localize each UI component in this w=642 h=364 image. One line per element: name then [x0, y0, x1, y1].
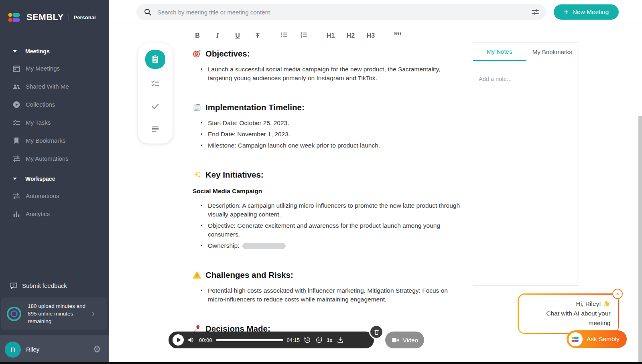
view-rail [138, 43, 173, 144]
h3-button[interactable]: H3 [366, 32, 376, 39]
people-icon [12, 82, 21, 91]
new-meeting-button[interactable]: + New Meeting [554, 4, 619, 20]
transcript-tab[interactable] [150, 124, 160, 135]
sidebar: SEMBLY Personal Meetings My Meetings Sha… [0, 0, 109, 364]
section-title: Key Initiatives: [205, 170, 264, 180]
sidebar-item-label: Automations [26, 192, 59, 199]
tab-my-notes[interactable]: My Notes [473, 43, 526, 61]
h2-button[interactable]: H2 [346, 32, 356, 39]
sidebar-section-meetings[interactable]: Meetings [0, 43, 109, 59]
delete-recording-button[interactable] [369, 325, 384, 339]
seek-bar[interactable] [216, 339, 283, 341]
playback-speed[interactable]: 1x [327, 337, 332, 343]
bullet-item: Objective: Generate excitement and aware… [208, 221, 465, 239]
format-toolbar: B I U Ŧ 123 H1 H2 H3 ”” [193, 29, 402, 42]
brand-logo[interactable]: SEMBLY Personal [0, 0, 109, 23]
usage-minutes-card[interactable]: 180 upload minutes and 895 online minute… [1, 297, 107, 330]
ask-sembly-label: Ask Sembly [587, 336, 620, 343]
submit-feedback-button[interactable]: Submit feedback [0, 277, 109, 294]
section-heading: Key Initiatives: [193, 170, 465, 180]
sidebar-section-workspace[interactable]: Workspace [0, 171, 109, 187]
svg-text:10: 10 [306, 339, 309, 342]
bullet-item: Start Date: October 25, 2023. [208, 119, 465, 127]
bullet-list-button[interactable] [279, 30, 289, 41]
audio-player: 00:00 04:15 10 10 1x [169, 332, 374, 348]
sidebar-spacer [0, 223, 109, 277]
sidebar-item-automations[interactable]: Automations [0, 187, 109, 205]
search-input[interactable] [157, 9, 530, 16]
tasks-icon [150, 79, 160, 88]
calendar-icon [12, 64, 21, 73]
italic-button[interactable]: I [213, 32, 222, 39]
tasks-icon [12, 118, 21, 127]
doc-section-objectives: Objectives: Launch a successful social m… [193, 49, 465, 83]
vertical-scrollbar[interactable] [638, 116, 642, 362]
ask-sembly-button[interactable]: Ask Sembly [567, 330, 627, 348]
usage-progress-ring [7, 307, 21, 321]
bullet-item: End Date: November 1, 2023. [208, 130, 465, 139]
download-icon[interactable] [336, 336, 344, 344]
filter-icon[interactable] [530, 7, 540, 17]
decisions-tab[interactable] [150, 101, 160, 113]
rewind-10-icon[interactable]: 10 [303, 336, 311, 344]
underline-button[interactable]: U [233, 32, 242, 39]
sidebar-item-collections[interactable]: Collections [0, 95, 109, 113]
add-note-input[interactable]: Add a note... [473, 61, 579, 97]
forward-10-icon[interactable]: 10 [315, 336, 323, 344]
chevron-right-icon: › [92, 309, 95, 319]
user-name: Riley [26, 346, 39, 353]
app-root: SEMBLY Personal Meetings My Meetings Sha… [0, 0, 642, 364]
analytics-icon [12, 210, 21, 218]
ai-chat-popup: Hi, Riley! Chat with AI about your meeti… [518, 293, 619, 334]
chat-greeting-text: Hi, Riley! [576, 299, 601, 309]
bullet-item: Description: A campaign utilizing micro-… [208, 201, 465, 219]
tasks-tab[interactable] [150, 79, 160, 90]
spiral-calendar-icon [193, 103, 201, 112]
svg-text:3: 3 [301, 36, 302, 38]
sidebar-item-my-bookmarks[interactable]: My Bookmarks [0, 131, 109, 150]
search-bar [136, 4, 546, 20]
user-row: n Riley ⚙ [0, 335, 109, 364]
bullet-item: Ownership: [208, 241, 465, 250]
redacted-value [242, 243, 286, 249]
bookmark-icon [12, 136, 21, 145]
h1-button[interactable]: H1 [326, 32, 335, 39]
warning-icon [193, 271, 201, 279]
section-title: Objectives: [205, 49, 250, 59]
bold-button[interactable]: B [193, 32, 202, 39]
sidebar-item-my-meetings[interactable]: My Meetings [0, 59, 109, 77]
clipboard-icon [150, 54, 160, 65]
ownership-label: Ownership: [208, 242, 239, 249]
play-circle-icon [12, 100, 21, 109]
chat-greeting: Hi, Riley! [526, 299, 611, 309]
chevron-down-icon [13, 178, 17, 180]
main-area: + New Meeting B I U Ŧ 123 H1 H2 H3 ”” [109, 0, 642, 364]
numbered-list-button[interactable]: 123 [299, 30, 309, 41]
doc-section-timeline: Implementation Timeline: Start Date: Oct… [193, 103, 465, 150]
volume-icon[interactable] [187, 336, 195, 344]
video-label: Video [403, 337, 418, 344]
sidebar-item-analytics[interactable]: Analytics [0, 205, 109, 223]
meeting-notes-document[interactable]: Objectives: Launch a successful social m… [193, 44, 465, 334]
strikethrough-button[interactable]: Ŧ [253, 32, 262, 39]
play-button[interactable] [173, 334, 184, 346]
sidebar-item-shared-with-me[interactable]: Shared With Me [0, 77, 109, 95]
doc-section-challenges: Challenges and Risks: Potential high cos… [193, 270, 465, 304]
transcript-lines-icon [150, 124, 160, 134]
brand-plan: Personal [74, 14, 96, 20]
video-button[interactable]: Video [385, 332, 424, 348]
meeting-notes-tab[interactable] [145, 50, 165, 69]
sidebar-item-label: Analytics [26, 210, 50, 217]
section-heading: Challenges and Risks: [193, 270, 465, 280]
wave-hand-icon [603, 300, 611, 307]
automations-icon [12, 192, 21, 200]
usage-text: 180 upload minutes and 895 online minute… [28, 302, 91, 325]
quote-button[interactable]: ”” [392, 30, 402, 41]
tab-my-bookmarks[interactable]: My Bookmarks [526, 43, 579, 61]
avatar[interactable]: n [5, 342, 21, 358]
sidebar-item-my-tasks[interactable]: My Tasks [0, 113, 109, 131]
bullet-item: Potential high costs associated with inf… [208, 286, 465, 304]
gear-icon[interactable]: ⚙ [93, 345, 101, 354]
sidebar-item-my-automations[interactable]: My Automations [0, 150, 109, 168]
close-icon[interactable]: × [612, 289, 623, 299]
